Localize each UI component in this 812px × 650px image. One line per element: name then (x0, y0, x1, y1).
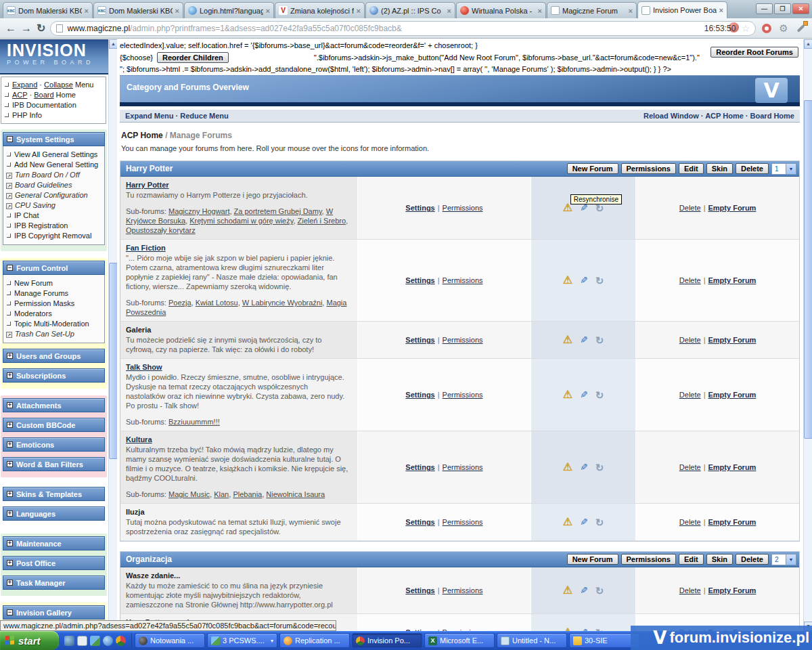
subforum-link[interactable]: Krętymi schodami w górę wieży (189, 217, 293, 225)
main-scroll-thumb[interactable] (804, 100, 812, 439)
empty-forum-link[interactable]: Empty Forum (708, 204, 756, 212)
permissions-link[interactable]: Permissions (443, 518, 483, 526)
sidebar-item-new-forum[interactable]: New Forum (6, 278, 102, 288)
panel-header-emoticons[interactable]: +Emoticons (3, 437, 105, 452)
resync-icon[interactable]: ↻ (595, 390, 604, 400)
main-scrollbar[interactable]: ▲ ▼ (803, 39, 812, 631)
order-select[interactable]: 2▼ (771, 554, 796, 565)
warning-icon[interactable]: ⚠ (563, 334, 572, 345)
empty-forum-link[interactable]: Empty Forum (708, 391, 756, 399)
back-button[interactable]: ← (5, 23, 16, 34)
forum-name-link[interactable]: Kultura (126, 435, 352, 443)
warning-icon[interactable]: ⚠ (563, 585, 572, 596)
sidebar-item-trash-can-set-up[interactable]: ↗Trash Can Set-Up (6, 329, 102, 339)
taskbar-button-invision-po[interactable]: Invision Po... (352, 633, 422, 648)
quick-launch-chrome-icon[interactable] (116, 636, 126, 646)
tab-close-icon[interactable]: × (85, 7, 89, 15)
taskbar-button-microsoft-e[interactable]: XMicrosoft E... (424, 633, 495, 648)
delete-link[interactable]: Delete (679, 518, 701, 526)
panel-header-forum-control[interactable]: −Forum Control (3, 261, 105, 275)
delete-link[interactable]: Delete (679, 463, 701, 471)
permissions-link[interactable]: Permissions (443, 336, 483, 344)
forum-name-link[interactable]: Fan Fiction (126, 244, 352, 252)
stop-extension-icon[interactable] (761, 22, 773, 35)
dropdown-arrow-icon[interactable]: ▼ (786, 164, 796, 174)
tab-close-icon[interactable]: × (629, 7, 633, 15)
panel-header-custom-bbcode[interactable]: +Custom BBCode (3, 418, 105, 432)
panel-header-skins-templates[interactable]: +Skins & Templates (3, 487, 105, 501)
browser-tab-login-html-languag[interactable]: Login.html?languag× (184, 2, 274, 18)
panel-header-task-manager[interactable]: +Task Manager (3, 576, 105, 590)
expand-icon[interactable]: + (7, 540, 13, 546)
resync-icon[interactable]: ↻ (595, 335, 604, 345)
taskbar-button-30-sie[interactable]: 30-SIE (569, 633, 639, 648)
settings-link[interactable]: Settings (405, 586, 434, 594)
expand-icon[interactable]: + (7, 580, 13, 586)
minimize-button[interactable]: — (756, 3, 773, 14)
sidebar-link-expand[interactable]: Expand (12, 81, 37, 89)
sidebar-item-cpu-saving[interactable]: ↗CPU Saving (6, 200, 102, 211)
sidebar-item-view-all-general-settings[interactable]: View All General Settings (6, 150, 102, 160)
subforum-link[interactable]: W Labiryncie Wyobraźni (242, 299, 323, 307)
taskbar-button-replication[interactable]: Replication ... (279, 633, 350, 648)
empty-forum-link[interactable]: Empty Forum (708, 586, 756, 594)
breadcrumb-home[interactable]: ACP Home (121, 131, 163, 140)
browser-tab-invision-power-boa[interactable]: Invision Power Boa× (637, 1, 727, 18)
panel-header-word-ban-filters[interactable]: +Word & Ban Filters (3, 457, 105, 471)
reload-button[interactable]: ↻ (37, 23, 45, 34)
settings-link[interactable]: Settings (405, 204, 434, 212)
url-text[interactable]: www.magiczne.pl/admin.php?printframes=1&… (67, 24, 700, 33)
restore-button[interactable]: ❐ (774, 3, 791, 14)
delete-link[interactable]: Delete (679, 391, 701, 399)
sidebar-item-ipb-copyright-removal[interactable]: IPB Copyright Removal (6, 231, 102, 241)
forum-name-link[interactable]: Wasze zdanie... (126, 571, 352, 580)
scroll-up-icon[interactable]: ▲ (804, 39, 812, 49)
forum-name-link[interactable]: Harry Potter (126, 181, 352, 189)
expand-icon[interactable]: + (7, 372, 13, 378)
panel-header-attachments[interactable]: +Attachments (3, 398, 105, 412)
settings-link[interactable]: Settings (405, 463, 434, 471)
edit-pencil-icon[interactable]: ✎ (580, 517, 588, 527)
delete-link[interactable]: Delete (679, 276, 701, 284)
dropdown-arrow-icon[interactable]: ▼ (786, 555, 796, 565)
menubar-link-reload-window[interactable]: Reload Window (644, 112, 699, 120)
skin-button[interactable]: Skin (706, 163, 733, 174)
browser-tab-zmiana-kolejno-ci-f[interactable]: VZmiana kolejności f× (275, 2, 365, 18)
sidebar-item-ip-chat[interactable]: IP Chat (6, 211, 102, 221)
expand-icon[interactable]: + (7, 402, 13, 408)
sidebar-item-permission-masks[interactable]: Permission Masks (6, 299, 102, 309)
subforum-link[interactable]: Niewolnica Isaura (266, 490, 325, 498)
tab-close-icon[interactable]: × (447, 7, 451, 15)
panel-header-languages[interactable]: +Languages (3, 506, 105, 521)
subforum-link[interactable]: Plebania (233, 490, 262, 498)
order-select[interactable]: 1▼ (771, 163, 796, 175)
tab-close-icon[interactable]: × (175, 7, 179, 15)
expand-icon[interactable]: + (7, 560, 13, 566)
panel-header-subscriptions[interactable]: +Subscriptions (3, 368, 105, 383)
sidebar-item-ipb-registration[interactable]: IPB Registration (6, 221, 102, 231)
settings-link[interactable]: Settings (405, 276, 434, 284)
expand-icon[interactable]: + (7, 353, 13, 359)
panel-header-system-settings[interactable]: −System Settings (3, 132, 105, 146)
edit-pencil-icon[interactable]: ✎ (580, 276, 588, 285)
expand-icon[interactable]: + (7, 461, 13, 467)
address-bar[interactable]: www.magiczne.pl/admin.php?printframes=1&… (50, 21, 756, 36)
sidebar-item-manage-forums[interactable]: Manage Forums (6, 288, 102, 299)
empty-forum-link[interactable]: Empty Forum (708, 276, 756, 284)
reorder-children-button[interactable]: Reorder Children (157, 52, 229, 63)
resync-icon[interactable]: ↻ (595, 462, 604, 473)
menubar-link-expand-menu[interactable]: Expand Menu (125, 112, 174, 120)
resync-icon[interactable]: ↻ (595, 276, 604, 286)
menubar-link-board-home[interactable]: Board Home (750, 112, 794, 120)
tab-close-icon[interactable]: × (538, 7, 542, 15)
permissions-link[interactable]: Permissions (443, 463, 483, 471)
sidebar-item-add-new-general-setting[interactable]: Add New General Setting (6, 160, 102, 170)
quick-launch-ie2-icon[interactable] (103, 636, 113, 646)
browser-tab-wirtualna-polska[interactable]: Wirtualna Polska -× (456, 2, 546, 18)
warning-icon[interactable]: ⚠ (563, 462, 572, 473)
sidebar-scrollbar[interactable]: ▲ ▼ (108, 39, 117, 631)
permissions-link[interactable]: Permissions (443, 391, 483, 399)
collapse-icon[interactable]: − (7, 136, 13, 142)
warning-icon[interactable]: ⚠ (563, 275, 572, 286)
sidebar-item-topic-multi-moderation[interactable]: Topic Multi-Moderation (6, 319, 102, 329)
